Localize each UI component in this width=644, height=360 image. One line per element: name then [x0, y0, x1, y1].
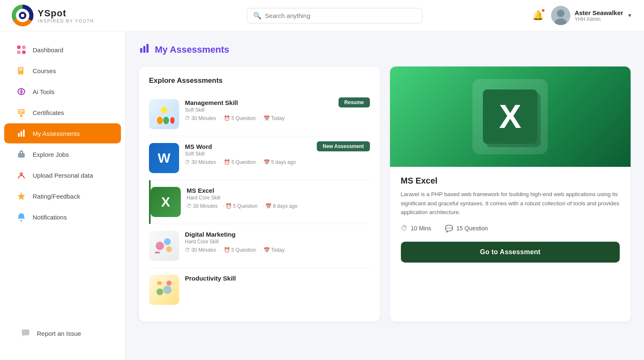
card-title-ms-excel: MS Excel — [187, 187, 370, 194]
search-bar[interactable]: 🔍 — [247, 8, 423, 23]
sidebar-label-courses: Courses — [33, 67, 56, 74]
duration-management: ⏱ 30 Minutes — [185, 115, 216, 121]
svg-point-16 — [20, 115, 23, 117]
logo-icon — [12, 5, 33, 26]
user-name: Aster Seawalker — [575, 9, 623, 16]
questions-management: · ⏰ 5 Question — [221, 115, 256, 121]
svg-rect-5 — [17, 51, 21, 54]
card-subtitle-management: Soft Skill — [185, 107, 370, 113]
badge-new-assessment: New Assessment — [317, 141, 369, 151]
excel-icon: X — [472, 79, 548, 154]
chat-icon — [20, 329, 31, 338]
detail-stat-duration: ⏱ 10 Mins — [401, 225, 431, 232]
sidebar-label-dashboard: Dashboard — [33, 46, 63, 54]
sidebar-item-dashboard[interactable]: Dashboard — [4, 40, 121, 60]
svg-rect-6 — [22, 51, 26, 54]
search-icon: 🔍 — [253, 12, 262, 20]
card-thumb-digital-marketing — [149, 231, 179, 261]
svg-point-38 — [163, 286, 172, 294]
svg-point-29 — [161, 107, 167, 113]
excel-letter: X — [499, 100, 521, 133]
user-info: Aster Seawalker YHH Admin — [575, 9, 623, 22]
detail-hero: X — [390, 66, 631, 167]
sidebar-item-upload-personal[interactable]: Upload Personal data — [4, 165, 121, 185]
date-ms-excel: · 📅 8 days ago — [262, 203, 298, 209]
search-input[interactable] — [265, 12, 416, 19]
card-body-productivity: Productivity Skill — [185, 275, 370, 283]
assessment-card-ms-word[interactable]: W MS Word Soft Skill ⏱ 30 Minutes · ⏰ 5 … — [149, 136, 370, 180]
card-title-digital-marketing: Digital Marketing — [185, 231, 370, 238]
sidebar-label-report-issue: Report an Issue — [37, 330, 81, 337]
sidebar-item-certificates[interactable]: Certificates — [4, 102, 121, 123]
card-title-productivity: Productivity Skill — [185, 275, 370, 282]
user-menu[interactable]: Aster Seawalker YHH Admin ▼ — [551, 6, 632, 25]
content-grid: Explore Assessments Management Skill Sof… — [139, 66, 631, 322]
svg-point-33 — [156, 242, 164, 250]
excel-inner: X — [483, 89, 537, 144]
sidebar: Dashboard Courses Ai Tools — [0, 31, 126, 360]
star-icon — [16, 191, 27, 201]
card-body-digital-marketing: Digital Marketing Hard Core Skill ⏱ 30 M… — [185, 231, 370, 253]
assessment-card-productivity[interactable]: Productivity Skill — [149, 268, 370, 311]
main-content: My Assessments Explore Assessments Manag… — [126, 31, 644, 360]
svg-point-37 — [157, 289, 163, 295]
card-body-ms-excel: MS Excel Hard Core Skill ⏱ 30 Minutes · … — [187, 187, 370, 209]
briefcase-icon — [16, 150, 27, 159]
svg-rect-4 — [22, 46, 26, 49]
avatar — [551, 6, 570, 25]
card-subtitle-ms-word: Soft Skill — [185, 151, 370, 157]
card-thumb-ms-excel: X — [151, 187, 181, 217]
sidebar-item-rating-feedback[interactable]: Rating/Feedback — [4, 186, 121, 206]
questions-ms-word: · ⏰ 5 Question — [221, 159, 256, 165]
excel-x-letter: X — [161, 194, 170, 210]
date-ms-word: · 📅 5 days ago — [261, 159, 296, 165]
sidebar-item-courses[interactable]: Courses — [4, 61, 121, 81]
svg-rect-13 — [18, 109, 25, 114]
duration-ms-word: ⏱ 30 Minutes — [185, 159, 216, 165]
logo-text: YSpot INSPIRED BY YOUTH — [38, 8, 94, 23]
card-subtitle-digital-marketing: Hard Core Skill — [185, 239, 370, 245]
section-title: Explore Assessments — [149, 77, 370, 85]
notification-badge — [541, 8, 545, 13]
svg-rect-14 — [19, 110, 23, 111]
sidebar-bottom: Report an Issue — [0, 323, 125, 352]
sidebar-label-ai-tools: Ai Tools — [33, 88, 54, 95]
svg-marker-25 — [22, 335, 24, 337]
sidebar-label-explore-jobs: Explore Jobs — [33, 151, 69, 158]
word-w-letter: W — [158, 151, 170, 166]
question-icon: 💬 — [445, 225, 453, 232]
card-meta-ms-word: ⏱ 30 Minutes · ⏰ 5 Question · 📅 5 days a… — [185, 159, 370, 165]
detail-title: MS Excel — [401, 176, 620, 186]
svg-point-23 — [21, 220, 22, 222]
sidebar-item-ai-tools[interactable]: Ai Tools — [4, 82, 121, 102]
questions-ms-excel: · ⏰ 5 Question — [223, 203, 257, 209]
assessment-card-ms-excel[interactable]: X MS Excel Hard Core Skill ⏱ 30 Minutes … — [149, 180, 370, 224]
svg-point-35 — [166, 246, 172, 252]
svg-rect-15 — [19, 112, 22, 113]
sidebar-item-report-issue[interactable]: Report an Issue — [8, 323, 117, 343]
go-to-assessment-button[interactable]: Go to Assessment — [401, 242, 620, 263]
svg-point-34 — [164, 238, 171, 245]
assessment-card-management[interactable]: Management Skill Soft Skill ⏱ 30 Minutes… — [149, 92, 370, 136]
card-meta-digital-marketing: ⏱ 30 Minutes · ⏰ 5 Question · 📅 Today — [185, 247, 370, 253]
sidebar-item-notifications[interactable]: Notifications — [4, 207, 121, 227]
clock-icon: ⏱ — [401, 225, 408, 232]
user-dropdown-arrow: ▼ — [627, 13, 632, 18]
svg-rect-8 — [19, 68, 23, 69]
detail-body: MS Excel Laravel is a PHP based web fram… — [390, 167, 631, 272]
duration-ms-excel: ⏱ 30 Minutes — [187, 203, 218, 209]
card-meta-ms-excel: ⏱ 30 Minutes · ⏰ 5 Question · 📅 8 days a… — [187, 203, 370, 209]
svg-rect-27 — [144, 46, 146, 53]
book-icon — [16, 66, 27, 75]
sidebar-item-my-assessments[interactable]: My Assessments — [4, 123, 121, 143]
page-title: My Assessments — [155, 44, 229, 55]
assessment-card-digital-marketing[interactable]: Digital Marketing Hard Core Skill ⏱ 30 M… — [149, 224, 370, 268]
svg-rect-28 — [146, 44, 149, 53]
logo-name: YSpot — [38, 8, 94, 19]
card-subtitle-ms-excel: Hard Core Skill — [187, 195, 370, 201]
notification-bell[interactable]: 🔔 — [532, 10, 544, 21]
sidebar-item-explore-jobs[interactable]: Explore Jobs — [4, 144, 121, 164]
svg-rect-18 — [21, 131, 22, 137]
card-thumb-productivity — [149, 275, 179, 305]
sidebar-nav: Dashboard Courses Ai Tools — [0, 40, 125, 227]
